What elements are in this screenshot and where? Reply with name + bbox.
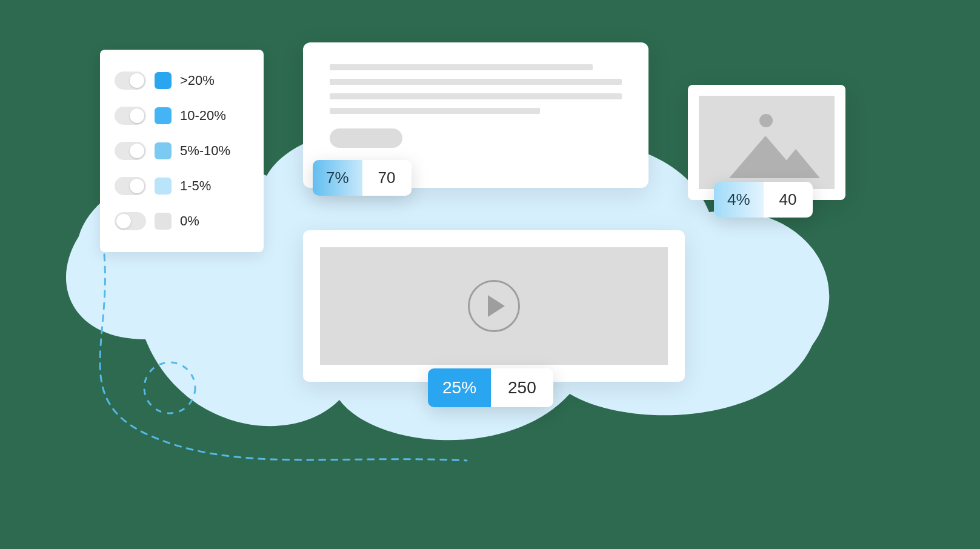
metric-badge-video: 25% 250 (428, 368, 553, 407)
text-line (330, 93, 622, 99)
button-placeholder (330, 128, 402, 148)
legend-label: 10-20% (180, 108, 226, 124)
swatch-1-5 (155, 178, 172, 195)
legend-label: 5%-10% (180, 143, 230, 159)
image-placeholder (699, 96, 835, 189)
video-placeholder (320, 247, 668, 365)
legend-item-gt20: >20% (115, 63, 249, 98)
metric-percent: 25% (428, 368, 491, 407)
metric-count: 40 (764, 182, 813, 218)
swatch-0 (155, 213, 172, 230)
legend-panel: >20% 10-20% 5%-10% 1-5% 0% (100, 50, 264, 252)
text-line (330, 108, 540, 114)
legend-item-5-10: 5%-10% (115, 133, 249, 168)
toggle-gt20[interactable] (115, 72, 146, 90)
toggle-10-20[interactable] (115, 107, 146, 125)
toggle-1-5[interactable] (115, 177, 146, 195)
metric-count: 70 (362, 160, 412, 196)
legend-item-1-5: 1-5% (115, 168, 249, 204)
toggle-5-10[interactable] (115, 142, 146, 160)
legend-item-0: 0% (115, 204, 249, 239)
metric-badge-image: 4% 40 (714, 182, 813, 218)
legend-item-10-20: 10-20% (115, 98, 249, 133)
metric-badge-text: 7% 70 (313, 160, 412, 196)
video-content-card (303, 230, 685, 382)
legend-label: 1-5% (180, 178, 211, 194)
text-line (330, 79, 622, 85)
swatch-gt20 (155, 72, 172, 89)
metric-count: 250 (491, 368, 553, 407)
metric-percent: 7% (313, 160, 362, 196)
toggle-0[interactable] (115, 212, 146, 230)
image-icon (772, 149, 820, 178)
image-icon (759, 114, 773, 127)
legend-label: >20% (180, 73, 215, 88)
swatch-10-20 (155, 107, 172, 124)
play-icon[interactable] (468, 280, 520, 332)
text-line (330, 64, 593, 70)
swatch-5-10 (155, 142, 172, 159)
metric-percent: 4% (714, 182, 764, 218)
legend-label: 0% (180, 213, 199, 229)
